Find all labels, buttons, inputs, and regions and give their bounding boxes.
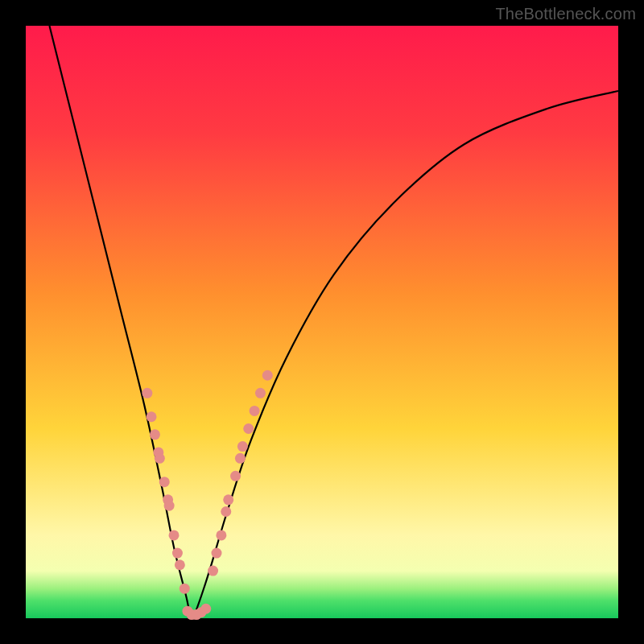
data-point-right	[250, 406, 260, 416]
bottleneck-curve-svg	[26, 26, 618, 618]
data-point-left	[172, 548, 183, 559]
data-point-right	[223, 494, 233, 505]
data-point-right	[237, 441, 248, 452]
data-point-right	[235, 453, 246, 464]
data-point-left	[169, 530, 180, 540]
data-point-right	[262, 370, 273, 381]
data-point-left	[175, 559, 185, 570]
data-point-left	[180, 584, 190, 594]
data-point-right	[221, 506, 231, 517]
data-point-left	[164, 501, 175, 511]
data-point-left	[150, 429, 160, 440]
bottleneck-curve	[49, 26, 618, 618]
data-point-right	[211, 548, 221, 559]
data-point-left	[142, 388, 152, 398]
watermark-text: TheBottleneck.com	[495, 5, 636, 23]
plot-area	[26, 26, 618, 618]
data-point-left	[155, 453, 165, 464]
data-point-right	[243, 423, 254, 434]
data-point-right	[216, 530, 226, 540]
data-point-right	[208, 566, 218, 576]
data-point-left	[159, 477, 170, 487]
outer-frame: TheBottleneck.com	[0, 0, 644, 644]
data-point-right	[255, 388, 266, 398]
data-point-left	[147, 411, 157, 422]
data-point-right	[230, 471, 241, 481]
data-point-bottom	[200, 604, 211, 614]
